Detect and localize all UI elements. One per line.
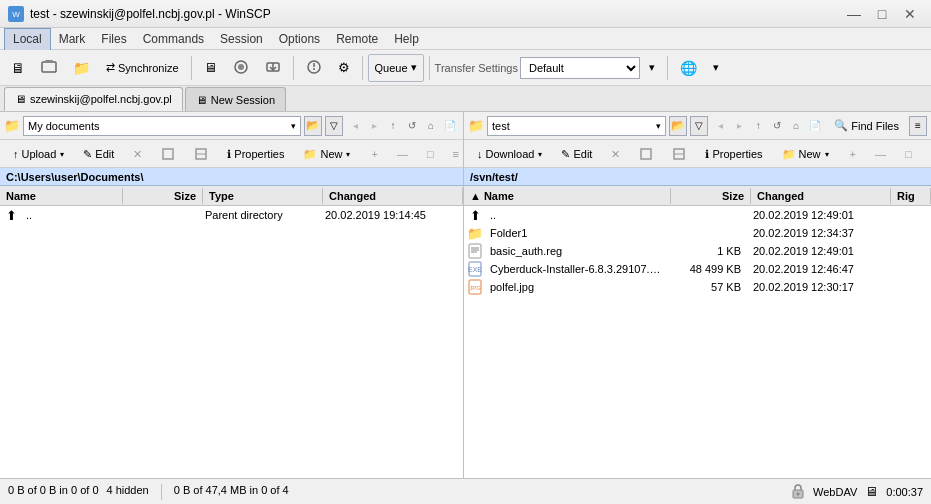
remote-home-button[interactable]: ⌂ <box>787 117 805 135</box>
local-delete-button[interactable]: ✕ <box>124 143 151 165</box>
local-nav-buttons: ◂ ▸ ↑ ↺ ⌂ 📄 <box>346 117 459 135</box>
toolbar-btn-7[interactable]: ⚙ <box>331 54 357 82</box>
toolbar-btn-5[interactable] <box>258 54 288 82</box>
menu-remote[interactable]: Remote <box>328 28 386 50</box>
synchronize-button[interactable]: ⇄ Synchronize <box>99 54 186 82</box>
local-back-button[interactable]: ◂ <box>346 117 364 135</box>
remote-delete-button[interactable]: ✕ <box>602 143 629 165</box>
remote-path-filter-button[interactable]: ▽ <box>690 116 708 136</box>
upload-button[interactable]: ↑ Upload ▾ <box>4 143 73 165</box>
remote-col-changed[interactable]: Changed <box>751 188 891 204</box>
local-new-button[interactable]: 📁 New ▾ <box>294 143 359 165</box>
menu-mark[interactable]: Mark <box>51 28 94 50</box>
local-view-btn-3[interactable]: □ <box>418 143 443 165</box>
minimize-button[interactable]: — <box>841 4 867 24</box>
find-files-button[interactable]: 🔍 Find Files <box>827 112 906 140</box>
exe-icon: EXE <box>466 260 484 278</box>
toolbar-btn-globe[interactable]: 🌐 <box>673 54 704 82</box>
menu-commands[interactable]: Commands <box>135 28 212 50</box>
remote-new-button[interactable]: 📁 New ▾ <box>773 143 838 165</box>
remote-btn-b[interactable] <box>663 143 695 165</box>
remote-edit-label: Edit <box>573 148 592 160</box>
remote-path-explore-button[interactable]: 📂 <box>669 116 687 136</box>
remote-col-name[interactable]: ▲Name <box>464 188 671 204</box>
local-col-size[interactable]: Size <box>123 188 203 204</box>
local-view-btn-1[interactable]: + <box>362 143 386 165</box>
remote-view-btn-3[interactable]: □ <box>896 143 921 165</box>
download-button[interactable]: ↓ Download ▾ <box>468 143 551 165</box>
menu-options[interactable]: Options <box>271 28 328 50</box>
local-col-type[interactable]: Type <box>203 188 323 204</box>
remote-btn-a[interactable] <box>630 143 662 165</box>
remote-view-btn-4[interactable]: ≡ <box>922 143 931 165</box>
remote-col-size[interactable]: Size <box>671 188 751 204</box>
local-properties-button[interactable]: ℹ Properties <box>218 143 293 165</box>
tab-session-1[interactable]: 🖥 szewinskij@polfel.ncbj.gov.pl <box>4 87 183 111</box>
download-icon: ↓ <box>477 148 483 160</box>
remote-new-icon: 📁 <box>782 148 796 161</box>
toolbar-btn-6[interactable] <box>299 54 329 82</box>
table-row[interactable]: basic_auth.reg 1 KB 20.02.2019 12:49:01 <box>464 242 931 260</box>
local-path-explore-button[interactable]: 📂 <box>304 116 322 136</box>
table-row[interactable]: JPG polfel.jpg 57 KB 20.02.2019 12:30:17 <box>464 278 931 296</box>
toolbar-btn-3[interactable]: 🖥 <box>197 54 224 82</box>
queue-button[interactable]: Queue ▾ <box>368 54 424 82</box>
close-button[interactable]: ✕ <box>897 4 923 24</box>
local-docs-button[interactable]: 📄 <box>441 117 459 135</box>
local-btn-a[interactable] <box>152 143 184 165</box>
remote-docs-button[interactable]: 📄 <box>806 117 824 135</box>
transfer-settings-dropdown[interactable]: ▾ <box>642 54 662 82</box>
local-status-text: 0 B of 0 B in 0 of 0 <box>8 484 99 500</box>
menu-local[interactable]: Local <box>4 28 51 50</box>
maximize-button[interactable]: □ <box>869 4 895 24</box>
remote-view-btn-1[interactable]: + <box>841 143 865 165</box>
remote-path-combo[interactable]: test ▾ <box>487 116 666 136</box>
local-refresh-button[interactable]: ↺ <box>403 117 421 135</box>
local-up-button[interactable]: ↑ <box>384 117 402 135</box>
toolbar-sep-5 <box>667 56 668 80</box>
up-icon: ⬆ <box>2 206 20 224</box>
remote-col-rights[interactable]: Rig <box>891 188 931 204</box>
local-delete-icon: ✕ <box>133 148 142 161</box>
remote-forward-button[interactable]: ▸ <box>730 117 748 135</box>
remote-file-list[interactable]: ⬆ .. 20.02.2019 12:49:01 📁 Folder1 20.02… <box>464 206 931 478</box>
local-col-name[interactable]: Name <box>0 188 123 204</box>
local-file-list[interactable]: ⬆ .. Parent directory 20.02.2019 19:14:4… <box>0 206 463 478</box>
local-path-filter-button[interactable]: ▽ <box>325 116 343 136</box>
toolbar-btn-globe-arrow[interactable]: ▾ <box>706 54 726 82</box>
toolbar-local-pc-button[interactable]: 🖥 <box>4 54 32 82</box>
tab-2-icon: 🖥 <box>196 94 207 106</box>
toolbar-folder-button[interactable]: 📁 <box>66 54 97 82</box>
remote-back-button[interactable]: ◂ <box>711 117 729 135</box>
toolbar-button-2[interactable] <box>34 54 64 82</box>
remote-edit-button[interactable]: ✎ Edit <box>552 143 601 165</box>
local-path-combo[interactable]: My documents ▾ <box>23 116 301 136</box>
statusbar-right: WebDAV 🖥 0:00:37 <box>791 483 923 501</box>
table-row[interactable]: ⬆ .. Parent directory 20.02.2019 19:14:4… <box>0 206 463 224</box>
download-label: Download <box>486 148 535 160</box>
menubar: Local Mark Files Commands Session Option… <box>0 28 931 50</box>
toolbar-btn-4[interactable] <box>226 54 256 82</box>
table-row[interactable]: 📁 Folder1 20.02.2019 12:34:37 <box>464 224 931 242</box>
local-forward-button[interactable]: ▸ <box>365 117 383 135</box>
local-view-btn-2[interactable]: — <box>388 143 417 165</box>
local-home-button[interactable]: ⌂ <box>422 117 440 135</box>
remote-extra-button[interactable]: ≡ <box>909 116 927 136</box>
remote-properties-button[interactable]: ℹ Properties <box>696 143 771 165</box>
local-btn-b[interactable] <box>185 143 217 165</box>
svg-rect-11 <box>163 149 173 159</box>
local-edit-button[interactable]: ✎ Edit <box>74 143 123 165</box>
menu-help[interactable]: Help <box>386 28 427 50</box>
icon-6 <box>306 59 322 77</box>
tab-1-icon: 🖥 <box>15 93 26 105</box>
remote-view-btn-2[interactable]: — <box>866 143 895 165</box>
tab-new-session[interactable]: 🖥 New Session <box>185 87 286 111</box>
menu-session[interactable]: Session <box>212 28 271 50</box>
table-row[interactable]: ⬆ .. 20.02.2019 12:49:01 <box>464 206 931 224</box>
remote-up-button[interactable]: ↑ <box>749 117 767 135</box>
transfer-settings-combo[interactable]: Default <box>520 57 640 79</box>
table-row[interactable]: EXE Cyberduck-Installer-6.8.3.29107.exe … <box>464 260 931 278</box>
local-col-changed[interactable]: Changed <box>323 188 463 204</box>
remote-refresh-button[interactable]: ↺ <box>768 117 786 135</box>
menu-files[interactable]: Files <box>93 28 134 50</box>
